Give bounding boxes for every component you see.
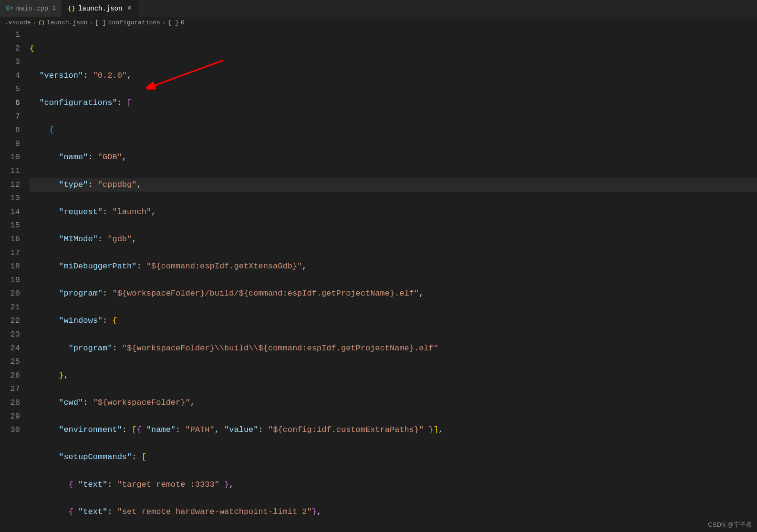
- code-line: {: [30, 42, 757, 56]
- code-line: {: [30, 123, 757, 137]
- watermark: CSDN @宁子希: [708, 521, 752, 529]
- code-line: "setupCommands": [: [30, 450, 757, 464]
- line-number: 1: [0, 28, 20, 42]
- line-number: 23: [0, 328, 20, 342]
- breadcrumb[interactable]: .vscode › {} launch.json › [ ] configura…: [0, 17, 757, 28]
- code-line: "request": "launch",: [30, 205, 757, 219]
- line-number: 25: [0, 355, 20, 369]
- tab-label: main.cpp: [16, 5, 48, 12]
- tab-label: launch.json: [78, 5, 122, 12]
- code-line: "version": "0.2.0",: [30, 69, 757, 83]
- tab-main-cpp[interactable]: C+ main.cpp 1: [0, 0, 62, 17]
- line-number: 11: [0, 164, 20, 178]
- line-number: 26: [0, 369, 20, 383]
- code-line: "name": "GDB",: [30, 151, 757, 164]
- array-icon: [ ]: [95, 19, 106, 26]
- line-number: 16: [0, 233, 20, 246]
- line-number: 12: [0, 178, 20, 192]
- line-number: 7: [0, 110, 20, 124]
- code-line: "program": "${workspaceFolder}\\build\\$…: [30, 342, 757, 356]
- json-icon: {}: [68, 5, 75, 12]
- line-number: 14: [0, 205, 20, 219]
- code-line: { "text": "target remote :3333" },: [30, 478, 757, 492]
- line-number: 29: [0, 410, 20, 424]
- line-number: 19: [0, 274, 20, 287]
- breadcrumb-index: 0: [181, 19, 185, 26]
- code-line: },: [30, 369, 757, 383]
- tab-launch-json[interactable]: {} launch.json ×: [62, 0, 138, 17]
- code-line: "windows": {: [30, 314, 757, 328]
- chevron-right-icon: ›: [89, 19, 93, 26]
- code-line: "miDebuggerPath": "${command:espIdf.getX…: [30, 260, 757, 274]
- line-number: 21: [0, 301, 20, 315]
- dirty-indicator: 1: [52, 5, 56, 12]
- chevron-right-icon: ›: [33, 19, 37, 26]
- line-number: 24: [0, 342, 20, 356]
- line-number: 30: [0, 423, 20, 437]
- line-number: 10: [0, 151, 20, 164]
- line-number: 22: [0, 314, 20, 328]
- line-number: 6: [0, 96, 20, 110]
- json-icon: {}: [38, 20, 44, 26]
- object-icon: { }: [168, 19, 179, 26]
- code-line: "program": "${workspaceFolder}/build/${c…: [30, 287, 757, 301]
- close-icon[interactable]: ×: [127, 4, 132, 13]
- code-line: "MIMode": "gdb",: [30, 233, 757, 246]
- code-content[interactable]: { "version": "0.2.0", "configurations": …: [30, 28, 757, 532]
- line-number: 5: [0, 82, 20, 96]
- line-number: 3: [0, 55, 20, 69]
- line-number: 28: [0, 396, 20, 410]
- code-line: { "text": "set remote hardware-watchpoin…: [30, 505, 757, 519]
- line-number: 17: [0, 246, 20, 260]
- line-number: 18: [0, 260, 20, 274]
- code-line: "configurations": [: [30, 96, 757, 110]
- code-line: "type": "cppdbg",: [30, 178, 757, 192]
- code-line: "cwd": "${workspaceFolder}",: [30, 396, 757, 410]
- tab-bar: C+ main.cpp 1 {} launch.json ×: [0, 0, 757, 17]
- breadcrumb-file: launch.json: [47, 19, 88, 26]
- breadcrumb-folder: .vscode: [5, 19, 31, 26]
- line-number: 4: [0, 69, 20, 83]
- line-number: 13: [0, 192, 20, 205]
- line-number: 8: [0, 123, 20, 137]
- breadcrumb-array: configurations: [108, 19, 160, 26]
- line-number: 20: [0, 287, 20, 301]
- line-number: 15: [0, 219, 20, 233]
- cpp-icon: C+: [6, 5, 13, 12]
- code-editor[interactable]: 1 2 3 4 5 6 7 8 9 10 11 12 13 14 15 16 1…: [0, 28, 757, 532]
- chevron-right-icon: ›: [162, 19, 166, 26]
- line-number: 27: [0, 382, 20, 396]
- code-line: "environment": [{ "name": "PATH", "value…: [30, 423, 757, 437]
- line-number: 9: [0, 137, 20, 151]
- line-number: 2: [0, 42, 20, 56]
- line-gutter: 1 2 3 4 5 6 7 8 9 10 11 12 13 14 15 16 1…: [0, 28, 30, 532]
